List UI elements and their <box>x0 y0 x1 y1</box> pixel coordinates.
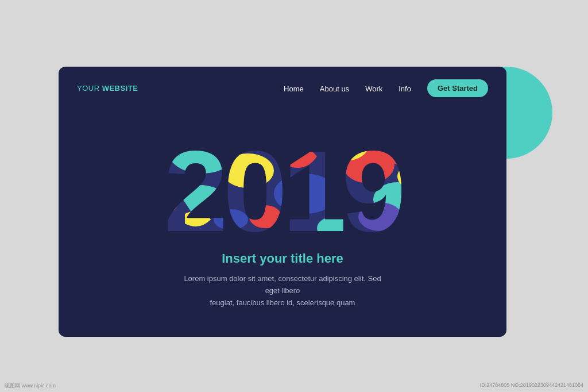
watermark-right: ID:24784805 NO:2019022309442421481084 <box>480 382 583 390</box>
year-svg: 2019 <box>87 119 478 240</box>
nav-link-about[interactable]: About us <box>320 84 349 93</box>
navbar: YOUR WEBSITE Home About us Work Info Get… <box>59 67 506 110</box>
svg-point-5 <box>410 195 454 227</box>
nav-link-work[interactable]: Work <box>365 84 382 93</box>
page-wrapper: YOUR WEBSITE Home About us Work Info Get… <box>59 55 529 337</box>
svg-point-10 <box>440 139 478 168</box>
hero-desc-line2: feugiat, faucibus libero id, scelerisque… <box>210 298 355 307</box>
nav-links: Home About us Work Info Get Started <box>284 79 488 97</box>
logo-website: WEBSITE <box>102 84 138 93</box>
svg-point-21 <box>458 201 478 221</box>
hero-desc-line1: Lorem ipsum dolor sit amet, consectetur … <box>184 274 381 295</box>
nav-link-info[interactable]: Info <box>399 84 411 93</box>
year-text-outline: 2019 <box>164 127 402 240</box>
nav-cta-wrapper: Get Started <box>427 79 488 97</box>
svg-point-15 <box>119 211 159 234</box>
logo: YOUR WEBSITE <box>77 84 138 93</box>
svg-point-19 <box>425 170 462 195</box>
hero-description: Lorem ipsum dolor sit amet, consectetur … <box>179 273 386 309</box>
nav-link-home[interactable]: Home <box>284 84 304 93</box>
get-started-button[interactable]: Get Started <box>427 79 488 97</box>
nav-item-info[interactable]: Info <box>399 83 411 94</box>
nav-item-about[interactable]: About us <box>320 83 349 94</box>
hero-title: Insert your title here <box>222 251 343 266</box>
svg-point-14 <box>397 164 432 189</box>
watermark-left: 昵图网 www.nipic.com <box>5 382 56 390</box>
nav-item-home[interactable]: Home <box>284 83 304 94</box>
logo-your: YOUR <box>77 84 102 93</box>
hero-section: 2019 <box>59 110 506 337</box>
nav-item-work[interactable]: Work <box>365 83 382 94</box>
year-display: 2019 <box>87 119 478 240</box>
svg-point-2 <box>90 120 153 164</box>
main-card: YOUR WEBSITE Home About us Work Info Get… <box>59 67 506 337</box>
